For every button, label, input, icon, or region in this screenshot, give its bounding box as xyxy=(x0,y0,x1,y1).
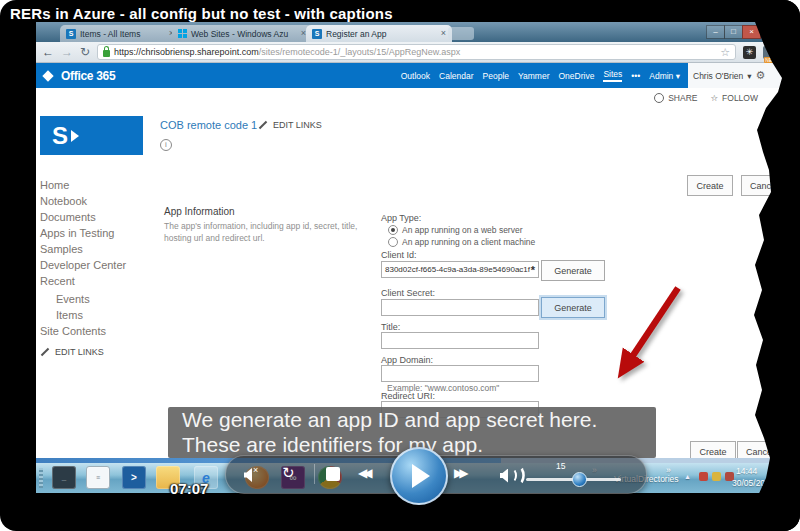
stop-icon[interactable] xyxy=(326,467,340,481)
url-path: /sites/remotecode-1/_layouts/15/AppRegNe… xyxy=(259,47,716,57)
app-type-label: App Type: xyxy=(381,213,421,223)
suite-more-icon[interactable]: ••• xyxy=(631,71,640,81)
section-title: App Information xyxy=(164,206,235,217)
suite-link-yammer[interactable]: Yammer xyxy=(518,71,550,81)
tab-items-all-items[interactable]: S Items - All Items × xyxy=(60,25,180,42)
reload-icon[interactable]: ↻ xyxy=(80,46,90,58)
title-input[interactable] xyxy=(381,332,539,349)
edit-links-header[interactable]: EDIT LINKS xyxy=(258,120,322,130)
user-menu[interactable]: Chris O'Brien ▾ ⚙ xyxy=(688,63,782,88)
client-secret-label: Client Secret: xyxy=(381,288,435,298)
windows-favicon xyxy=(178,29,187,38)
pencil-icon xyxy=(259,121,267,129)
office365-brand: Office 365 xyxy=(61,69,115,83)
fast-forward-icon[interactable]: ▶▶ xyxy=(454,466,464,480)
volume-level: 15 xyxy=(556,461,565,471)
powershell-app-icon[interactable]: > xyxy=(122,466,146,489)
clock-date[interactable]: 30/05/20 xyxy=(732,478,765,488)
forward-icon[interactable]: → xyxy=(61,46,73,58)
site-title[interactable]: COB remote code 1 xyxy=(160,119,257,131)
redirect-uri-label: Redirect URI: xyxy=(381,391,435,401)
caption-line-1: We generate an app ID and app secret her… xyxy=(182,407,656,432)
suite-link-onedrive[interactable]: OneDrive xyxy=(559,71,595,81)
edit-links-sidebar[interactable]: EDIT LINKS xyxy=(40,347,104,357)
player-control-bar: × ↻ ◀◀ ▶▶ 15 xyxy=(225,455,647,494)
maximize-button[interactable]: □ xyxy=(724,25,743,39)
radio-client-machine[interactable]: An app running on a client machine xyxy=(388,237,535,247)
asterisk-icon: * xyxy=(531,264,535,276)
create-button-top[interactable]: Create xyxy=(687,175,733,196)
video-title: RERs in Azure - all config but no test -… xyxy=(10,5,393,22)
radio-selected-icon[interactable] xyxy=(388,225,398,235)
follow-button[interactable]: ☆ FOLLOW xyxy=(710,93,758,103)
info-icon[interactable]: i xyxy=(160,139,172,151)
tray-expand-icon[interactable]: ▲ xyxy=(684,473,691,480)
browser-tab-strip: S Items - All Items × Web Sites - Window… xyxy=(36,22,782,42)
client-id-input[interactable]: 830d02cf-f665-4c9a-a3da-89e54690ac1f * xyxy=(381,261,539,278)
sharepoint-logo-arrow-icon xyxy=(71,130,79,142)
site-logo[interactable]: S xyxy=(40,116,143,155)
suite-link-outlook[interactable]: Outlook xyxy=(401,71,430,81)
suite-link-calendar[interactable]: Calendar xyxy=(439,71,474,81)
browser-toolbar: ← → ↻ https://chrisobriensp.sharepoint.c… xyxy=(36,42,782,63)
volume-slider-knob[interactable] xyxy=(572,472,587,487)
replay-icon[interactable]: ↻ xyxy=(282,464,295,482)
follow-star-icon: ☆ xyxy=(710,93,718,103)
office365-logo-icon xyxy=(42,70,53,81)
tab-close-icon[interactable]: × xyxy=(441,29,446,38)
gear-icon[interactable]: ⚙ xyxy=(756,69,766,82)
mute-icon[interactable]: × xyxy=(244,468,258,482)
sidebar-item-notebook[interactable]: Notebook xyxy=(40,195,87,207)
app-domain-label: App Domain: xyxy=(381,355,433,365)
extension-icon[interactable]: ✳ xyxy=(743,46,756,59)
suite-link-people[interactable]: People xyxy=(483,71,509,81)
section-description: The app's information, including app id,… xyxy=(164,221,374,245)
radio-web-server[interactable]: An app running on a web server xyxy=(388,225,523,235)
chevron-down-icon: ▾ xyxy=(676,71,680,81)
app-domain-input[interactable] xyxy=(381,365,539,382)
radio-unselected-icon[interactable] xyxy=(388,237,398,247)
rewind-icon[interactable]: ◀◀ xyxy=(358,466,368,480)
sharepoint-favicon: S xyxy=(312,29,322,39)
tab-label: Register an App xyxy=(326,29,386,39)
tab-register-an-app[interactable]: S Register an App × xyxy=(306,25,452,42)
volume-icon[interactable] xyxy=(500,468,523,483)
client-secret-input[interactable] xyxy=(381,299,539,316)
sidebar-item-items[interactable]: Items xyxy=(56,309,83,321)
elapsed-time: 07:07 xyxy=(170,480,208,497)
share-button[interactable]: SHARE xyxy=(654,93,697,103)
sidebar-item-apps-in-testing[interactable]: Apps in Testing xyxy=(40,227,114,239)
tab-label: Web Sites - Windows Azu xyxy=(191,29,288,39)
url-host: https://chrisobriensp.sharepoint.com xyxy=(114,47,259,57)
minimize-button[interactable]: – xyxy=(706,25,725,39)
suite-link-admin[interactable]: Admin ▾ xyxy=(649,71,680,81)
chevron-down-icon: ▾ xyxy=(747,71,751,81)
sidebar-item-home[interactable]: Home xyxy=(40,179,69,191)
ribbon-row: SHARE ☆ FOLLOW xyxy=(36,88,782,108)
back-icon[interactable]: ← xyxy=(42,46,54,58)
pencil-icon xyxy=(41,348,49,356)
client-id-label: Client Id: xyxy=(381,250,417,260)
sidebar-item-documents[interactable]: Documents xyxy=(40,211,96,223)
red-annotation-arrow xyxy=(585,278,695,393)
video-frame: RERs in Azure - all config but no test -… xyxy=(0,0,800,531)
sidebar-item-recent[interactable]: Recent xyxy=(40,275,75,287)
sidebar-item-site-contents[interactable]: Site Contents xyxy=(40,325,106,337)
sidebar-item-events[interactable]: Events xyxy=(56,293,90,305)
sidebar-item-developer-center[interactable]: Developer Center xyxy=(40,259,126,271)
play-button[interactable] xyxy=(390,447,448,505)
console-app-icon[interactable]: _ xyxy=(52,466,76,489)
address-bar[interactable]: https://chrisobriensp.sharepoint.com /si… xyxy=(97,44,736,60)
new-tab-button[interactable] xyxy=(448,27,474,40)
sidebar-item-samples[interactable]: Samples xyxy=(40,243,83,255)
tab-web-sites-azure[interactable]: Web Sites - Windows Azu × xyxy=(172,25,312,42)
clock-time[interactable]: 14:44 xyxy=(736,466,757,476)
tray-icon-1[interactable] xyxy=(699,472,708,481)
tray-icon-2[interactable] xyxy=(712,472,721,481)
notepad-app-icon[interactable]: ≡ xyxy=(86,466,110,489)
suite-link-sites[interactable]: Sites xyxy=(603,69,622,82)
chevron-icon[interactable]: » xyxy=(666,465,671,475)
sharepoint-favicon: S xyxy=(66,29,76,39)
bookmark-star-icon[interactable]: ☆ xyxy=(720,46,730,59)
sharepoint-logo-icon: S xyxy=(52,124,68,148)
